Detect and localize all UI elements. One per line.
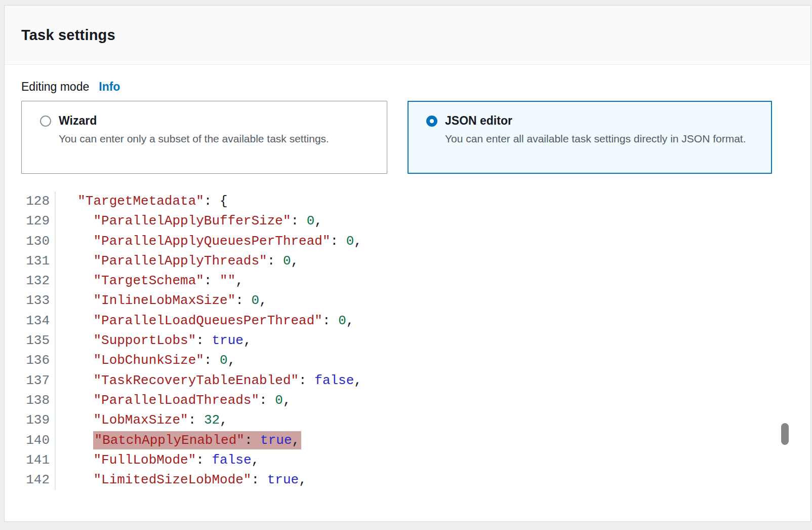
code-line[interactable]: 132 "TargetSchema": "", [21,271,794,291]
code-line[interactable]: 129 "ParallelApplyBufferSize": 0, [21,211,794,231]
line-number: 138 [21,391,56,410]
code-line[interactable]: 130 "ParallelApplyQueuesPerThread": 0, [21,232,794,251]
code-line[interactable]: 138 "ParallelLoadThreads": 0, [21,391,794,410]
code-line-text: "BatchApplyEnabled": true, [56,431,301,450]
json-code-editor[interactable]: 128 "TargetMetadata": {129 "ParallelAppl… [21,192,794,490]
code-lines: 128 "TargetMetadata": {129 "ParallelAppl… [21,192,794,490]
tile-wizard[interactable]: Wizard You can enter only a subset of th… [21,101,387,174]
code-line-text: "LobMaxSize": 32, [56,410,228,430]
line-number: 131 [21,251,56,271]
code-line-text: "ParallelLoadQueuesPerThread": 0, [56,311,354,331]
line-number: 135 [21,331,56,351]
code-line-text: "InlineLobMaxSize": 0, [56,291,267,311]
code-line-text: "ParallelApplyThreads": 0, [56,251,299,271]
card-header: Task settings [5,6,810,65]
line-number: 137 [21,371,56,391]
code-line-text: "TargetSchema": "", [56,271,243,291]
line-number: 139 [21,410,56,430]
code-line-text: "FullLobMode": false, [56,450,259,470]
task-settings-card: Task settings Editing mode Info Wizard Y… [4,5,811,522]
line-number: 134 [21,311,56,331]
line-number: 141 [21,450,56,470]
line-number: 142 [21,470,56,490]
tile-wizard-description: You can enter only a subset of the avail… [59,131,372,146]
tile-json-editor[interactable]: JSON editor You can enter all available … [408,101,772,174]
code-line-text: "LimitedSizeLobMode": true, [56,470,307,490]
radio-selected-icon[interactable] [426,116,437,127]
editing-mode-label: Editing mode [21,80,89,94]
code-line-text: "ParallelApplyQueuesPerThread": 0, [56,232,362,251]
vertical-scrollbar-thumb[interactable] [781,423,789,445]
highlighted-code: "BatchApplyEnabled": true, [93,431,301,449]
editing-mode-tiles: Wizard You can enter only a subset of th… [21,101,794,174]
line-number: 140 [21,431,56,450]
line-number: 136 [21,351,56,370]
code-line[interactable]: 131 "ParallelApplyThreads": 0, [21,251,794,271]
info-link[interactable]: Info [99,80,120,94]
code-line[interactable]: 133 "InlineLobMaxSize": 0, [21,291,794,311]
tile-json-editor-head: JSON editor [426,114,756,128]
code-line[interactable]: 140 "BatchApplyEnabled": true, [21,431,794,450]
code-line[interactable]: 128 "TargetMetadata": { [21,192,794,211]
code-line[interactable]: 136 "LobChunkSize": 0, [21,351,794,370]
tile-json-editor-label: JSON editor [445,114,512,128]
line-number: 133 [21,291,56,311]
code-line[interactable]: 139 "LobMaxSize": 32, [21,410,794,430]
code-line[interactable]: 142 "LimitedSizeLobMode": true, [21,470,794,490]
radio-unselected-icon[interactable] [40,116,51,127]
line-number: 130 [21,232,56,251]
card-body: Editing mode Info Wizard You can enter o… [5,80,810,490]
code-line[interactable]: 137 "TaskRecoveryTableEnabled": false, [21,371,794,391]
code-line-text: "SupportLobs": true, [56,331,252,351]
tile-json-editor-description: You can enter all available task setting… [445,131,749,146]
code-line-text: "TaskRecoveryTableEnabled": false, [56,371,362,391]
code-line[interactable]: 135 "SupportLobs": true, [21,331,794,351]
code-line-text: "ParallelApplyBufferSize": 0, [56,211,322,231]
line-number: 132 [21,271,56,291]
line-number: 128 [21,192,56,211]
editing-mode-row: Editing mode Info [21,80,794,94]
code-line[interactable]: 141 "FullLobMode": false, [21,450,794,470]
tile-wizard-label: Wizard [59,114,97,128]
line-number: 129 [21,211,56,231]
code-line-text: "LobChunkSize": 0, [56,351,235,370]
code-line[interactable]: 134 "ParallelLoadQueuesPerThread": 0, [21,311,794,331]
code-line-text: "TargetMetadata": { [56,192,228,211]
tile-wizard-head: Wizard [40,114,372,128]
code-line-text: "ParallelLoadThreads": 0, [56,391,291,410]
page-title: Task settings [21,27,115,44]
